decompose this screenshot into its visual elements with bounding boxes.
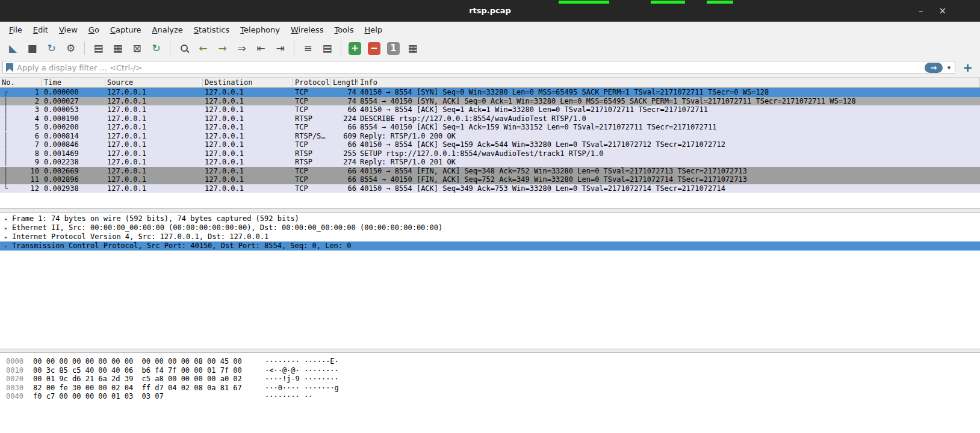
display-filter-field[interactable]: → ▾ [2, 61, 955, 74]
detail-row-frame[interactable]: ▸Frame 1: 74 bytes on wire (592 bits), 7… [0, 214, 980, 223]
detail-row-ip[interactable]: ▸Internet Protocol Version 4, Src: 127.0… [0, 232, 980, 241]
stream-bracket-icon: │ [4, 167, 8, 176]
find-packet-icon[interactable] [176, 40, 192, 56]
packet-source: 127.0.0.1 [105, 97, 203, 106]
menu-help[interactable]: Help [359, 23, 388, 37]
packet-info: Reply: RTSP/1.0 200 OK [358, 132, 980, 141]
capture-options-gear-icon[interactable]: ⚙ [63, 40, 79, 56]
minimize-button[interactable]: – [919, 5, 923, 16]
detail-row-ethernet[interactable]: ▸Ethernet II, Src: 00:00:00_00:00:00 (00… [0, 223, 980, 232]
packet-length: 274 [331, 158, 358, 167]
filter-apply-button[interactable]: → [925, 63, 943, 73]
column-header-time[interactable]: Time [42, 78, 105, 87]
toolbar-separator [294, 42, 294, 55]
stream-bracket-icon: │ [4, 97, 8, 106]
stream-bracket-icon: │ [4, 149, 8, 158]
packet-time: 0.000000 [42, 88, 105, 97]
packet-number: 7 [35, 140, 39, 149]
hex-bytes: 82 00 fe 30 00 00 02 04 ff d7 04 02 08 0… [28, 384, 265, 393]
colorize-packets-icon[interactable]: ▤ [319, 40, 335, 56]
column-header-info[interactable]: Info [358, 78, 980, 87]
packet-length: 74 [331, 97, 358, 106]
packet-time: 0.000190 [42, 114, 105, 123]
filter-dropdown-caret-icon[interactable]: ▾ [946, 64, 952, 72]
zoom-out-icon[interactable]: − [368, 42, 380, 55]
column-header-destination[interactable]: Destination [203, 78, 293, 87]
packet-row[interactable]: │20.000027127.0.0.1127.0.0.1TCP748554 → … [0, 97, 980, 106]
go-forward-icon[interactable]: → [214, 40, 231, 56]
column-header-no[interactable]: No. [0, 78, 42, 87]
restart-capture-icon[interactable]: ↻ [43, 40, 60, 56]
packet-protocol: TCP [293, 167, 331, 176]
packet-row[interactable]: │110.002896127.0.0.1127.0.0.1TCP668554 →… [0, 175, 980, 184]
hex-row[interactable]: 002000 01 9c d6 21 6a 2d 39 c5 a8 00 00 … [0, 375, 980, 384]
packet-row[interactable]: └120.002938127.0.0.1127.0.0.1TCP6640150 … [0, 184, 980, 193]
auto-scroll-icon[interactable]: ≡ [300, 40, 316, 56]
hex-offset: 0000 [0, 357, 28, 366]
title-bar[interactable]: rtsp.pcap – × [0, 0, 980, 22]
packet-destination: 127.0.0.1 [203, 105, 293, 114]
pane-splitter[interactable] [0, 208, 980, 213]
pane-splitter[interactable] [0, 349, 980, 353]
menu-telephony[interactable]: Telephony [235, 23, 285, 37]
packet-time: 0.002238 [42, 158, 105, 167]
column-header-length[interactable]: Length [331, 78, 358, 87]
zoom-in-icon[interactable]: + [349, 42, 361, 55]
expand-arrow-icon: ▸ [0, 241, 12, 251]
detail-text: Internet Protocol Version 4, Src: 127.0.… [12, 232, 268, 241]
hex-row[interactable]: 0040f0 c7 00 00 00 00 01 03 03 07·······… [0, 392, 980, 401]
packet-row[interactable]: │50.000200127.0.0.1127.0.0.1TCP668554 → … [0, 123, 980, 132]
menu-wireless[interactable]: Wireless [285, 23, 329, 37]
detail-row-tcp[interactable]: ▸Transmission Control Protocol, Src Port… [0, 241, 980, 251]
packet-number: 10 [31, 167, 39, 176]
column-header-source[interactable]: Source [105, 78, 203, 87]
menu-edit[interactable]: Edit [28, 23, 54, 37]
close-file-icon[interactable]: ⊠ [129, 40, 145, 56]
close-button[interactable]: × [938, 5, 946, 16]
packet-length: 66 [331, 105, 358, 114]
menu-statistics[interactable]: Statistics [188, 23, 235, 37]
menu-analyze[interactable]: Analyze [147, 23, 188, 37]
packet-row[interactable]: │70.000846127.0.0.1127.0.0.1TCP6640150 →… [0, 140, 980, 149]
menu-go[interactable]: Go [83, 23, 105, 37]
start-capture-icon[interactable]: ◣ [5, 40, 21, 56]
menu-tools[interactable]: Tools [329, 23, 359, 37]
menu-view[interactable]: View [54, 23, 83, 37]
packet-row[interactable]: │80.001469127.0.0.1127.0.0.1RTSP255SETUP… [0, 149, 980, 158]
packet-row[interactable]: ┌10.000000127.0.0.1127.0.0.1TCP7440150 →… [0, 88, 980, 97]
menu-capture[interactable]: Capture [105, 23, 147, 37]
packet-time: 0.000053 [42, 105, 105, 114]
filter-add-button[interactable]: + [960, 60, 975, 75]
hex-row[interactable]: 003082 00 fe 30 00 00 02 04 ff d7 04 02 … [0, 384, 980, 393]
packet-destination: 127.0.0.1 [203, 114, 293, 123]
go-first-packet-icon[interactable]: ⇤ [253, 40, 269, 56]
packet-protocol: RTSP [293, 158, 331, 167]
packet-row[interactable]: │30.000053127.0.0.1127.0.0.1TCP6640150 →… [0, 105, 980, 114]
packet-row[interactable]: │40.000190127.0.0.1127.0.0.1RTSP224DESCR… [0, 114, 980, 123]
packet-info: Reply: RTSP/1.0 201 OK [358, 158, 980, 167]
packet-source: 127.0.0.1 [105, 184, 203, 193]
packet-protocol: RTSP [293, 149, 331, 158]
filter-bookmark-icon[interactable] [6, 63, 13, 72]
display-filter-input[interactable] [17, 63, 921, 72]
expand-arrow-icon: ▸ [0, 214, 12, 223]
packet-number: 5 [35, 123, 39, 132]
zoom-original-icon[interactable]: 1 [387, 42, 400, 55]
wireshark-window: rtsp.pcap – × File Edit View Go Capture … [0, 0, 980, 433]
resize-columns-icon[interactable]: ▦ [405, 40, 421, 56]
open-file-icon[interactable]: ▤ [90, 40, 107, 56]
go-last-packet-icon[interactable]: ⇥ [272, 40, 288, 56]
hex-row[interactable]: 001000 3c 85 c5 40 00 40 06 b6 f4 7f 00 … [0, 366, 980, 375]
window-title: rtsp.pcap [0, 0, 980, 22]
column-header-protocol[interactable]: Protocol [293, 78, 331, 87]
reload-file-icon[interactable]: ↻ [148, 40, 164, 56]
packet-row[interactable]: │60.000814127.0.0.1127.0.0.1RTSP/S…609Re… [0, 132, 980, 141]
packet-row[interactable]: │100.002669127.0.0.1127.0.0.1TCP6640150 … [0, 167, 980, 176]
stop-capture-icon[interactable]: ■ [24, 40, 40, 56]
save-file-icon[interactable]: ▦ [110, 40, 126, 56]
menu-file[interactable]: File [4, 23, 28, 37]
go-back-icon[interactable]: ← [195, 40, 211, 56]
hex-row[interactable]: 000000 00 00 00 00 00 00 00 00 00 00 00 … [0, 357, 980, 366]
packet-row[interactable]: │90.002238127.0.0.1127.0.0.1RTSP274Reply… [0, 158, 980, 167]
go-to-packet-icon[interactable]: ⇒ [234, 40, 250, 56]
